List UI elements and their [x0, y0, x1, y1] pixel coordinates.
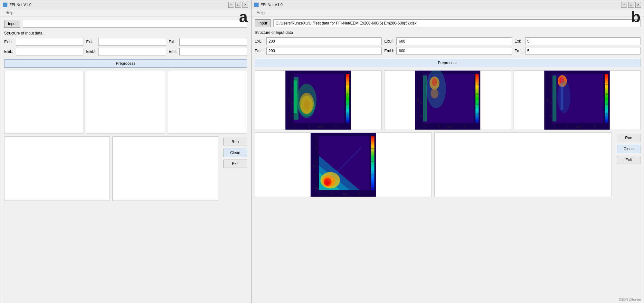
exl-input-b[interactable]: [266, 37, 382, 45]
plot-box-a2: [86, 71, 165, 134]
bottom-plots-b: Em Ex 0 10 25 50 5 10 20 40 50 3.90 3.95…: [255, 132, 612, 197]
close-btn-a[interactable]: ✕: [242, 2, 248, 8]
svg-text:3.22: 3.22: [604, 73, 608, 75]
form-grid-a: ExL: ExU: ExI: EmL: EmU: EmI:: [4, 38, 247, 55]
minimize-btn-b[interactable]: ─: [621, 2, 627, 8]
svg-text:C.30: C.30: [475, 103, 479, 105]
close-btn-b[interactable]: ✕: [635, 2, 641, 8]
window-a: FFI-Net V1.0 ─ □ ✕ Help a Input Structur…: [0, 0, 251, 303]
emu-input-b[interactable]: [396, 47, 512, 55]
menu-help-a[interactable]: Help: [3, 10, 16, 16]
exl-label-a: ExL:: [4, 40, 13, 44]
plot-box-a5: [112, 136, 218, 201]
plot-box-b4: Em Ex 0 10 25 50 5 10 20 40 50 3.90 3.95…: [255, 132, 432, 197]
exi-label-a: ExI:: [169, 40, 177, 44]
eem-svg-1: Em Ex 5 25 35 50 5 20 35 45 3.9 3.8 3.6: [255, 71, 381, 130]
svg-rect-85: [371, 136, 374, 190]
svg-text:25: 25: [308, 125, 311, 127]
form-grid-b: ExL: ExU: ExI: EmL: EmU: EmI:: [255, 37, 640, 55]
svg-rect-58: [605, 74, 608, 123]
plot-box-a4: [4, 136, 110, 201]
emi-input-a[interactable]: [179, 48, 247, 55]
maximize-btn-a[interactable]: □: [235, 2, 241, 8]
title-bar-b: FFI-Net V1.0 ─ □ ✕: [251, 0, 644, 9]
side-buttons-b: Run Clean Exit: [617, 132, 640, 197]
exi-input-b[interactable]: [525, 37, 640, 45]
emi-label-a: EmI:: [169, 49, 177, 54]
eml-label-a: EmL:: [4, 49, 13, 54]
svg-text:40: 40: [315, 173, 317, 176]
svg-text:Ex: Ex: [546, 99, 549, 102]
svg-text:0: 0: [319, 192, 320, 195]
svg-text:3.5: 3.5: [345, 103, 348, 105]
exu-input-b[interactable]: [396, 37, 512, 45]
exit-btn-b[interactable]: Exit: [617, 156, 640, 164]
input-btn-a[interactable]: Input: [4, 20, 20, 28]
menu-bar-b: Help: [251, 9, 644, 17]
svg-text:5: 5: [292, 75, 293, 77]
svg-text:35: 35: [550, 102, 552, 104]
svg-text:5: 5: [421, 75, 422, 77]
eml-input-b[interactable]: [266, 47, 382, 55]
input-btn-b[interactable]: Input: [255, 19, 271, 27]
window-title-a: FFI-Net V1.0: [9, 3, 228, 7]
svg-text:X: X: [419, 88, 421, 91]
input-field-a[interactable]: [23, 20, 247, 28]
svg-text:35: 35: [580, 125, 582, 127]
svg-text:5: 5: [295, 125, 297, 127]
svg-text:Em: Em: [448, 126, 451, 129]
svg-point-57: [557, 81, 571, 113]
window-label-a: a: [239, 17, 248, 25]
plot-area-top-a: [4, 71, 247, 134]
svg-text:C.11: C.11: [475, 83, 479, 85]
exu-input-a[interactable]: [98, 38, 166, 46]
preprocess-btn-a[interactable]: Preprocess: [4, 59, 247, 68]
svg-text:35: 35: [451, 125, 453, 127]
maximize-btn-b[interactable]: □: [628, 2, 634, 8]
emi-input-b[interactable]: [525, 47, 640, 55]
svg-text:3.4: 3.4: [345, 112, 348, 115]
structure-label-b: Structure of Input data: [255, 30, 640, 35]
window-controls-b: ─ □ ✕: [621, 2, 641, 8]
eem-svg-2: Em Ex 5 25 35 50 5 X 35 45 C.20 C.11 C.2…: [384, 71, 511, 130]
svg-text:25: 25: [438, 125, 440, 127]
menu-help-b[interactable]: Help: [254, 10, 267, 16]
svg-text:5: 5: [554, 125, 555, 127]
exu-label-a: ExU:: [86, 40, 96, 44]
clean-btn-b[interactable]: Clean: [617, 145, 640, 153]
exl-input-a[interactable]: [16, 38, 83, 46]
exi-input-a[interactable]: [179, 38, 247, 46]
svg-text:20: 20: [550, 88, 552, 91]
run-btn-a[interactable]: Run: [223, 138, 247, 146]
content-b: b Input Structure of Input data ExL: ExU…: [251, 17, 644, 303]
input-field-b[interactable]: [273, 19, 640, 27]
svg-text:50: 50: [335, 125, 337, 127]
svg-point-33: [426, 71, 446, 108]
exit-btn-a[interactable]: Exit: [223, 160, 247, 168]
svg-text:45: 45: [550, 114, 552, 117]
plot-box-a3: [168, 71, 247, 134]
watermark-b: CSDN @holeer: [619, 298, 641, 301]
eem-svg-3: Em Ex 5 25 35 50 5 20 35 45 3.22 3.18 3.…: [514, 71, 640, 130]
plot-area-top-b: Em Ex 5 25 35 50 5 20 35 45 3.9 3.8 3.6: [255, 70, 640, 130]
preprocess-btn-b[interactable]: Preprocess: [255, 59, 640, 67]
input-row-b: Input: [255, 19, 640, 27]
emi-label-b: EmI:: [515, 49, 523, 53]
run-btn-b[interactable]: Run: [617, 134, 640, 142]
exu-label-b: ExU:: [384, 39, 394, 44]
emu-input-a[interactable]: [98, 48, 166, 55]
exi-label-b: ExI:: [515, 39, 523, 44]
svg-text:3.90: 3.90: [370, 135, 374, 138]
svg-text:35: 35: [321, 125, 324, 127]
svg-text:Ex: Ex: [417, 99, 420, 102]
plot-box-a1: [4, 71, 83, 134]
svg-rect-4: [294, 81, 297, 113]
svg-text:10: 10: [332, 192, 334, 195]
svg-point-9: [299, 93, 314, 114]
structure-label-a: Structure of Input data: [4, 31, 247, 35]
eml-input-a[interactable]: [16, 48, 83, 55]
minimize-btn-a[interactable]: ─: [228, 2, 234, 8]
bottom-row-a: Run Clean Exit: [4, 136, 247, 201]
clean-btn-a[interactable]: Clean: [223, 149, 247, 157]
svg-text:50: 50: [593, 125, 596, 127]
